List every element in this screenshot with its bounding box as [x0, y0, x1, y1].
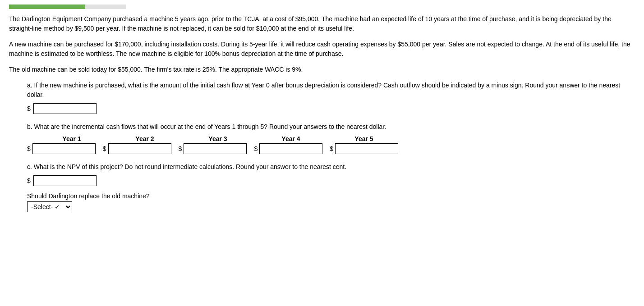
year5-input[interactable]	[335, 143, 398, 154]
questions-section: a. If the new machine is purchased, what…	[27, 81, 635, 212]
question-c-input[interactable]	[33, 175, 97, 186]
paragraph-1: The Darlington Equipment Company purchas…	[9, 14, 635, 33]
paragraph-2-text: A new machine can be purchased for $170,…	[9, 41, 630, 57]
question-b: b. What are the incremental cash flows t…	[27, 122, 635, 154]
question-a-dollar: $	[27, 105, 31, 112]
year-inputs-row: $ $ $ $ $	[27, 143, 635, 154]
year5-input-group: $	[330, 143, 398, 154]
replace-select[interactable]: -Select- ✓ Yes No	[27, 201, 72, 212]
paragraph-2: A new machine can be purchased for $170,…	[9, 40, 635, 59]
question-a: a. If the new machine is purchased, what…	[27, 81, 635, 114]
question-c-text: c. What is the NPV of this project? Do n…	[27, 163, 346, 170]
question-b-label: b. What are the incremental cash flows t…	[27, 122, 635, 132]
should-replace-section: Should Darlington replace the old machin…	[27, 192, 635, 212]
year4-dollar: $	[254, 145, 258, 152]
year2-input-group: $	[103, 143, 171, 154]
question-c-dollar: $	[27, 177, 31, 184]
progress-bar-container	[9, 5, 126, 9]
year4-input[interactable]	[259, 143, 322, 154]
paragraph-3: The old machine can be sold today for $5…	[9, 65, 635, 74]
question-b-text: b. What are the incremental cash flows t…	[27, 123, 386, 130]
year3-input-group: $	[179, 143, 247, 154]
year1-dollar: $	[27, 145, 31, 152]
paragraph-3-text: The old machine can be sold today for $5…	[9, 66, 303, 73]
question-a-input-row: $	[27, 103, 635, 114]
question-a-label: a. If the new machine is purchased, what…	[27, 81, 635, 100]
year-headers-row: Year 1 Year 2 Year 3 Year 4 Year 5	[35, 135, 635, 142]
should-replace-label: Should Darlington replace the old machin…	[27, 192, 635, 200]
year2-input[interactable]	[108, 143, 171, 154]
paragraph-1-text: The Darlington Equipment Company purchas…	[9, 15, 612, 32]
progress-bar-fill	[9, 5, 85, 9]
question-c: c. What is the NPV of this project? Do n…	[27, 162, 635, 212]
year3-header: Year 3	[181, 135, 254, 142]
question-c-label: c. What is the NPV of this project? Do n…	[27, 162, 635, 172]
year2-dollar: $	[103, 145, 106, 152]
year1-input-group: $	[27, 143, 96, 154]
question-c-input-row: $	[27, 175, 635, 186]
year3-input[interactable]	[184, 143, 247, 154]
year3-dollar: $	[179, 145, 182, 152]
year4-input-group: $	[254, 143, 322, 154]
year5-dollar: $	[330, 145, 333, 152]
year2-header: Year 2	[108, 135, 181, 142]
year4-header: Year 4	[254, 135, 327, 142]
year1-header: Year 1	[35, 135, 108, 142]
year1-input[interactable]	[32, 143, 96, 154]
year5-header: Year 5	[327, 135, 400, 142]
question-a-input[interactable]	[33, 103, 97, 114]
question-a-text: a. If the new machine is purchased, what…	[27, 82, 620, 98]
